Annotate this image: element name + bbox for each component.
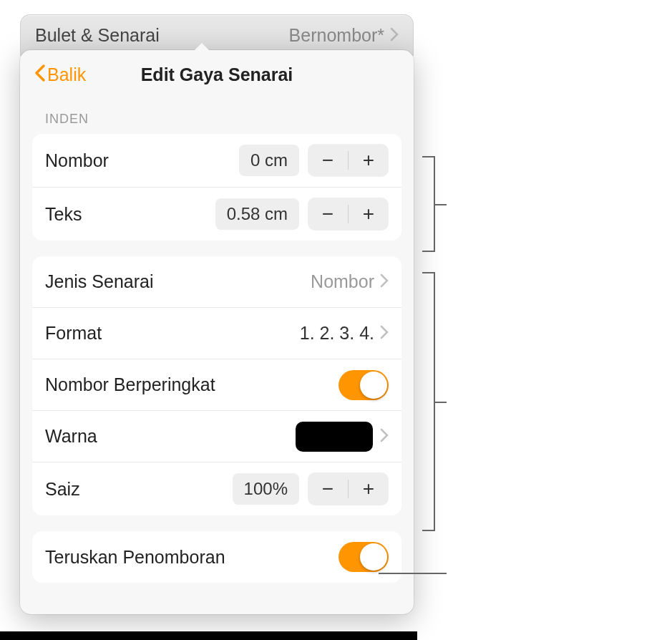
continue-numbering-label: Teruskan Penomboran xyxy=(45,547,339,568)
chevron-right-icon xyxy=(380,272,389,292)
size-decrease[interactable]: − xyxy=(308,472,348,505)
continue-numbering-toggle[interactable] xyxy=(339,542,389,572)
tiered-numbers-row: Nombor Berperingkat xyxy=(32,359,401,411)
toggle-knob xyxy=(360,372,387,399)
list-type-row[interactable]: Jenis Senarai Nombor xyxy=(32,256,401,308)
text-indent-stepper: − + xyxy=(308,198,389,231)
size-stepper: − + xyxy=(308,472,389,505)
text-indent-decrease[interactable]: − xyxy=(308,198,348,231)
number-indent-increase[interactable]: + xyxy=(349,144,389,177)
continue-card: Teruskan Penomboran xyxy=(32,531,401,583)
color-row[interactable]: Warna xyxy=(32,411,401,462)
callout-bracket xyxy=(422,156,435,252)
parent-value: Bernombor* xyxy=(289,25,399,46)
color-swatch xyxy=(296,422,373,452)
chevron-right-icon xyxy=(380,427,389,447)
text-indent-row: Teks 0.58 cm − + xyxy=(32,188,401,241)
nav-title: Edit Gaya Senarai xyxy=(141,64,293,85)
format-label: Format xyxy=(45,323,300,344)
chevron-right-icon xyxy=(380,324,389,344)
size-row: Saiz 100% − + xyxy=(32,462,401,515)
list-settings-card: Jenis Senarai Nombor Format 1. 2. 3. 4. … xyxy=(32,256,401,515)
indent-section-header: INDEN xyxy=(31,99,403,134)
size-increase[interactable]: + xyxy=(349,472,389,505)
parent-value-text: Bernombor* xyxy=(289,25,384,46)
size-label: Saiz xyxy=(45,479,233,500)
text-indent-value: 0.58 cm xyxy=(215,198,299,230)
nav-header: Balik Edit Gaya Senarai xyxy=(31,63,403,99)
number-indent-stepper: − + xyxy=(308,144,389,177)
size-value: 100% xyxy=(233,473,299,505)
text-indent-label: Teks xyxy=(45,204,215,225)
callout-bracket xyxy=(422,272,435,531)
back-label: Balik xyxy=(47,64,86,85)
list-type-label: Jenis Senarai xyxy=(45,271,311,292)
chevron-left-icon xyxy=(34,63,46,86)
callout-line xyxy=(379,573,447,574)
number-indent-row: Nombor 0 cm − + xyxy=(32,134,401,188)
indent-card: Nombor 0 cm − + Teks 0.58 cm − + xyxy=(32,134,401,241)
text-indent-increase[interactable]: + xyxy=(349,198,389,231)
chevron-right-icon xyxy=(390,26,399,46)
list-type-value: Nombor xyxy=(311,271,374,292)
tiered-numbers-label: Nombor Berperingkat xyxy=(45,374,339,395)
format-row[interactable]: Format 1. 2. 3. 4. xyxy=(32,308,401,359)
back-button[interactable]: Balik xyxy=(34,63,86,86)
format-value: 1. 2. 3. 4. xyxy=(300,323,374,344)
edit-list-style-popover: Balik Edit Gaya Senarai INDEN Nombor 0 c… xyxy=(20,50,414,614)
number-indent-value: 0 cm xyxy=(239,145,299,176)
color-label: Warna xyxy=(45,426,296,447)
tiered-numbers-toggle[interactable] xyxy=(339,370,389,400)
number-indent-label: Nombor xyxy=(45,150,239,171)
number-indent-decrease[interactable]: − xyxy=(308,144,348,177)
continue-numbering-row: Teruskan Penomboran xyxy=(32,531,401,583)
toggle-knob xyxy=(360,543,387,571)
bottom-bar xyxy=(0,631,417,640)
parent-title: Bulet & Senarai xyxy=(35,25,160,46)
